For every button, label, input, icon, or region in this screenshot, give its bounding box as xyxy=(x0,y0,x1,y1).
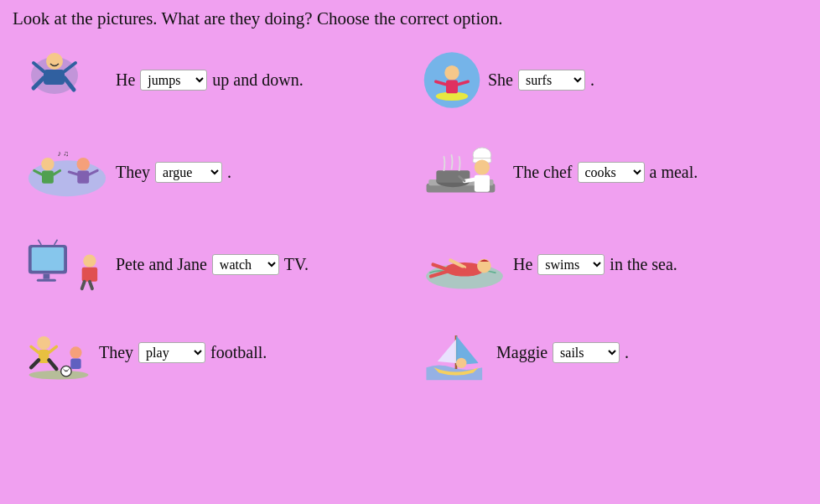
cell-item8: Maggie sails swims surfs rows . xyxy=(410,314,807,390)
text-after-item2: . xyxy=(590,70,594,90)
dropdown-item3[interactable]: argue dance sing play xyxy=(155,162,222,183)
svg-point-51 xyxy=(37,336,50,350)
text-before-item6: He xyxy=(513,255,532,274)
sentence-item8: Maggie sails swims surfs rows . xyxy=(496,342,629,363)
text-after-item8: . xyxy=(625,343,629,362)
text-after-item3: . xyxy=(227,163,231,182)
dropdown-item2[interactable]: surfs swims runs jumps xyxy=(518,70,585,91)
svg-point-29 xyxy=(475,159,490,174)
svg-text:♪ ♫: ♪ ♫ xyxy=(57,149,69,158)
svg-rect-37 xyxy=(44,274,50,279)
svg-rect-10 xyxy=(446,80,458,93)
dropdown-item1[interactable]: jumps runs swims eats xyxy=(140,70,207,91)
text-before-item2: She xyxy=(488,70,513,90)
svg-line-55 xyxy=(31,346,39,352)
svg-line-53 xyxy=(31,360,39,367)
sentence-item4: The chef cooks eats serves makes a meal. xyxy=(513,162,698,183)
svg-point-1 xyxy=(46,53,63,70)
sentence-item2: She surfs swims runs jumps . xyxy=(488,70,594,91)
text-after-item1: up and down. xyxy=(212,70,303,90)
text-before-item1: He xyxy=(116,70,135,90)
svg-point-39 xyxy=(83,254,96,267)
svg-point-15 xyxy=(41,158,54,170)
svg-line-42 xyxy=(90,282,92,288)
text-after-item6: in the sea. xyxy=(610,255,677,274)
svg-line-35 xyxy=(38,240,41,245)
text-before-item3: They xyxy=(116,163,150,182)
cell-item4: The chef cooks eats serves makes a meal. xyxy=(410,130,807,214)
text-after-item5: TV. xyxy=(284,255,309,274)
svg-rect-40 xyxy=(82,268,97,282)
text-before-item8: Maggie xyxy=(496,343,548,362)
sentence-item7: They play watch kick love football. xyxy=(99,342,267,363)
svg-line-31 xyxy=(464,179,475,181)
text-after-item7: football. xyxy=(210,343,267,362)
svg-line-47 xyxy=(449,269,464,272)
svg-rect-16 xyxy=(42,170,54,183)
dropdown-item8[interactable]: sails swims surfs rows xyxy=(553,342,620,363)
svg-point-13 xyxy=(29,160,106,196)
illus-item1 xyxy=(25,46,109,113)
illus-item5 xyxy=(25,231,109,298)
cell-item7: They play watch kick love football. xyxy=(13,314,410,390)
cell-item3: ♪ ♫ They argue dance sing play . xyxy=(13,130,410,214)
text-before-item4: The chef xyxy=(513,163,573,182)
illus-item7 xyxy=(25,323,92,382)
text-before-item5: Pete and Jane xyxy=(116,255,207,274)
svg-line-41 xyxy=(82,282,85,288)
svg-point-50 xyxy=(29,371,88,380)
svg-rect-20 xyxy=(77,170,89,183)
svg-point-9 xyxy=(444,65,459,81)
sentence-item6: He swims dives surfs floats in the sea. xyxy=(513,254,677,275)
illus-item2 xyxy=(423,49,481,112)
svg-line-54 xyxy=(49,360,56,369)
dropdown-item7[interactable]: play watch kick love xyxy=(138,342,205,363)
svg-line-36 xyxy=(54,240,58,245)
exercise-grid: He jumps runs swims eats up and down. Sh… xyxy=(13,38,807,390)
illus-item8 xyxy=(423,323,490,382)
cell-item1: He jumps runs swims eats up and down. xyxy=(13,38,410,122)
dropdown-item5[interactable]: watch fix buy break xyxy=(212,254,279,275)
svg-line-56 xyxy=(49,346,56,352)
illus-item3: ♪ ♫ xyxy=(25,138,109,205)
dropdown-item6[interactable]: swims dives surfs floats xyxy=(537,254,605,275)
svg-point-61 xyxy=(456,358,466,368)
text-before-item7: They xyxy=(99,343,133,362)
svg-rect-30 xyxy=(475,175,490,192)
sentence-item1: He jumps runs swims eats up and down. xyxy=(116,70,304,91)
illus-item6 xyxy=(423,231,506,298)
cell-item2: She surfs swims runs jumps . xyxy=(410,38,807,122)
sentence-item3: They argue dance sing play . xyxy=(116,162,231,183)
illus-item4 xyxy=(423,138,506,205)
instructions: Look at the pictures. What are they doin… xyxy=(13,8,807,29)
svg-rect-58 xyxy=(70,359,80,369)
svg-point-57 xyxy=(70,346,81,358)
sentence-item5: Pete and Jane watch fix buy break TV. xyxy=(116,254,309,275)
cell-item6: He swims dives surfs floats in the sea. xyxy=(410,222,807,306)
svg-point-19 xyxy=(77,158,90,170)
svg-rect-34 xyxy=(32,247,64,271)
dropdown-item4[interactable]: cooks eats serves makes xyxy=(578,162,645,183)
text-after-item4: a meal. xyxy=(650,163,698,182)
cell-item5: Pete and Jane watch fix buy break TV. xyxy=(13,222,410,306)
svg-rect-38 xyxy=(37,279,56,282)
svg-rect-2 xyxy=(44,70,65,85)
